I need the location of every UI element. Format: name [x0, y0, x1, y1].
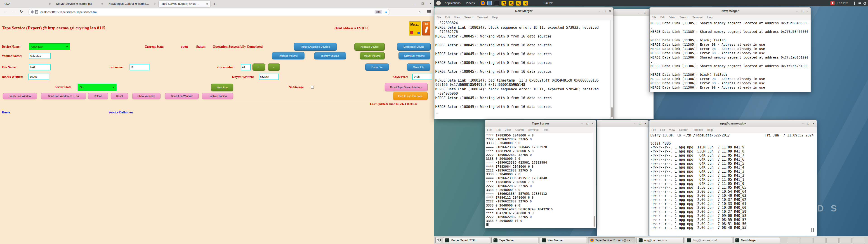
firefox-launcher-icon[interactable]	[480, 1, 485, 5]
tab-close-icon[interactable]: ×	[101, 2, 103, 6]
menu-item[interactable]: View	[669, 128, 675, 131]
volume-name-input[interactable]	[29, 53, 51, 59]
window-maximize-button[interactable]: □	[422, 2, 423, 5]
reset-tape-server-interface-button[interactable]: Reset Tape Server Interface	[385, 83, 428, 91]
menu-item[interactable]: Edit	[660, 16, 665, 19]
scrollbar[interactable]	[610, 20, 613, 119]
initialise-volume-button[interactable]: Initialise Volume	[272, 52, 305, 59]
new-merger-right-window[interactable]: New Merger –□× FileEditViewSearchTermina…	[649, 7, 811, 92]
window-titlebar[interactable]: –□×	[613, 9, 653, 16]
run-number-increment-button[interactable]: +	[252, 63, 265, 71]
show-variables-button[interactable]: Show Variables	[132, 93, 160, 99]
menu-item[interactable]: Search	[515, 128, 524, 131]
reset-button[interactable]: Reset	[111, 93, 128, 99]
volume-icon[interactable]	[858, 1, 862, 5]
panel-focused-window-label[interactable]: Firefox	[544, 1, 553, 5]
notification-icon[interactable]	[831, 1, 835, 5]
background-window[interactable]: –□×	[597, 120, 649, 236]
send-log-to-elog-button[interactable]: Send Log Window to ELog	[41, 93, 86, 99]
background-window[interactable]: –□×	[613, 9, 654, 119]
tab-close-icon[interactable]: ×	[154, 2, 156, 6]
run-number-input[interactable]	[241, 64, 251, 70]
deallocate-device-button[interactable]: Deallocate Device	[397, 43, 431, 51]
midas-launcher-icon[interactable]: M	[523, 1, 528, 6]
allocate-device-button[interactable]: Allocate Device	[354, 43, 385, 51]
browser-tab[interactable]: AIDA ×	[1, 1, 53, 7]
device-name-select[interactable]: /dev/file/0	[29, 43, 70, 50]
blocks-written-input[interactable]	[29, 74, 49, 80]
tab-close-icon[interactable]: ×	[206, 2, 208, 6]
menu-item[interactable]: View	[669, 16, 675, 19]
kbytes-sec-input[interactable]	[412, 74, 432, 80]
window-minimize-button[interactable]: –	[796, 9, 798, 13]
panel-menu-item[interactable]: Places	[466, 1, 475, 5]
npg-terminal-window[interactable]: npg@carme-gsi:~ –□× FileEditViewSearchTe…	[649, 120, 817, 236]
tape-server-window[interactable]: Tape Server –□× FileEditViewSearchTermin…	[485, 120, 596, 228]
overflow-chevron-icon[interactable]: »	[418, 9, 420, 13]
back-button[interactable]: ←	[4, 9, 7, 13]
window-titlebar[interactable]: Tape Server –□×	[485, 120, 596, 127]
no-storage-checkbox[interactable]	[311, 86, 314, 89]
menu-item[interactable]: Search	[680, 16, 688, 19]
menu-item[interactable]: Help	[707, 128, 713, 131]
panel-clock[interactable]: Fri 11:09	[837, 1, 848, 5]
kbytes-written-input[interactable]	[259, 74, 279, 80]
tab-close-icon[interactable]: ×	[49, 2, 51, 6]
distro-menu-icon[interactable]	[436, 1, 441, 5]
power-icon[interactable]	[864, 2, 866, 5]
browser-tab[interactable]: NetVar Service @ carme-gsi ×	[54, 1, 105, 7]
menu-item[interactable]: Edit	[660, 128, 665, 131]
monitor-launcher-icon[interactable]	[487, 1, 492, 5]
window-close-button[interactable]: ×	[813, 122, 814, 125]
browser-tab[interactable]: NewMerger: Control @ carme… ×	[106, 1, 158, 7]
window-maximize-button[interactable]: □	[639, 122, 641, 125]
taskbar-window-button[interactable]: Tape Service (Expert) @ ca...	[588, 237, 635, 243]
taskbar-window-button[interactable]: npg@carme-gsi:~	[637, 237, 684, 243]
window-minimize-button[interactable]: –	[634, 122, 636, 125]
server-state-select[interactable]: Go	[78, 84, 117, 91]
reload-button[interactable]: ↻	[20, 9, 23, 14]
service-definition-link[interactable]: Service Definition	[108, 111, 133, 114]
window-titlebar[interactable]: New Merger –□×	[650, 7, 811, 14]
new-merger-left-window[interactable]: New Merger –□× FileEditViewSearchTermina…	[434, 7, 614, 119]
window-close-button[interactable]: ×	[430, 2, 432, 5]
run-name-input[interactable]	[129, 64, 149, 70]
menu-item[interactable]: Help	[492, 16, 498, 19]
menu-hamburger-icon[interactable]	[427, 10, 431, 13]
window-minimize-button[interactable]: –	[598, 9, 600, 13]
window-maximize-button[interactable]: □	[604, 9, 606, 13]
window-titlebar[interactable]: New Merger –□×	[434, 7, 613, 14]
scrollbar-thumb[interactable]	[594, 216, 595, 226]
menu-item[interactable]: File	[651, 128, 656, 131]
open-file-button[interactable]: Open File	[365, 63, 389, 71]
show-desktop-button[interactable]	[435, 237, 441, 243]
menu-item[interactable]: File	[436, 16, 441, 19]
empty-log-window-button[interactable]: Empty Log Window	[3, 93, 37, 99]
menu-item[interactable]: View	[505, 128, 511, 131]
taskbar-window-button[interactable]: Merger/Tape HTTPd	[443, 237, 490, 243]
terminal-launcher-icon[interactable]	[494, 1, 499, 6]
new-tab-button[interactable]: +	[213, 2, 215, 6]
menu-item[interactable]: Help	[707, 16, 713, 19]
identify-volume-button[interactable]: Identify Volume	[314, 52, 346, 59]
how-to-use-button[interactable]: How to use this page	[393, 92, 428, 100]
menu-item[interactable]: Edit	[445, 16, 450, 19]
bookmark-star-icon[interactable]: ★	[384, 10, 388, 14]
midas-launcher-icon[interactable]: M	[501, 1, 506, 6]
window-close-button[interactable]: ×	[807, 9, 808, 13]
midas-launcher-icon[interactable]: M	[516, 1, 521, 6]
zoom-level-badge[interactable]: 90%	[375, 10, 382, 14]
mount-volume-button[interactable]: Mount Volume	[360, 52, 385, 59]
window-maximize-button[interactable]: □	[644, 11, 646, 14]
window-close-button[interactable]: ×	[609, 9, 611, 13]
menu-item[interactable]: Terminal	[477, 16, 488, 19]
window-minimize-button[interactable]: –	[802, 122, 804, 125]
home-link[interactable]: Home	[2, 111, 10, 114]
browser-tab[interactable]: Tape Service (Expert) @ car… ×	[159, 1, 210, 7]
inquire-available-devices-button[interactable]: Inquire Available Devices	[294, 43, 337, 51]
menu-item[interactable]: Terminal	[692, 16, 703, 19]
menu-item[interactable]: Terminal	[692, 128, 703, 131]
close-file-button[interactable]: Close File	[407, 63, 430, 71]
accessibility-icon[interactable]	[852, 1, 856, 5]
page-info-icon[interactable]	[35, 10, 38, 13]
